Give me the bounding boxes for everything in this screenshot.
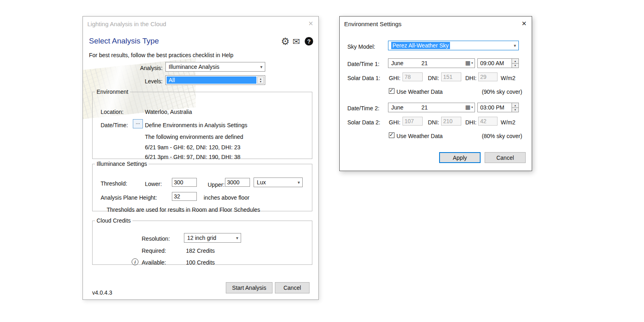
- version-label: v4.0.4.3: [92, 289, 112, 296]
- dni1-label: DNI:: [428, 74, 439, 82]
- calendar-icon: ▦: [465, 104, 471, 110]
- date1-picker[interactable]: June 21 ▦ ▾: [388, 58, 475, 68]
- available-value: 100 Credits: [186, 259, 215, 266]
- environment-line-2: 6/21 3pm - GHI: 97, DNI: 190, DHI: 38: [145, 153, 240, 161]
- dhi2-input[interactable]: [478, 117, 497, 126]
- calendar-dropdown-button[interactable]: ▦ ▾: [465, 104, 473, 110]
- sky-cover-1: (90% sky cover): [482, 88, 522, 95]
- levels-value: All: [167, 76, 256, 84]
- plane-height-label: Analysis Plane Height:: [101, 194, 157, 201]
- chevron-down-icon: ▾: [471, 105, 473, 109]
- time1-spinner[interactable]: 09:00 AM ▴ ▾: [477, 58, 519, 68]
- sky-cover-2: (80% sky cover): [482, 132, 522, 140]
- analysis-value: Illuminance Analysis: [169, 64, 219, 70]
- browse-button[interactable]: ...: [133, 119, 143, 128]
- threshold-label: Threshold:: [101, 180, 127, 187]
- date2-day: 21: [421, 104, 428, 111]
- chevron-down-icon: ▾: [236, 235, 238, 241]
- date2-month: June: [391, 104, 403, 111]
- dialog-title: Lighting Analysis in the Cloud: [87, 21, 166, 27]
- help-icon[interactable]: ?: [305, 37, 313, 45]
- location-value: Waterloo, Australia: [145, 108, 192, 116]
- dhi1-input[interactable]: [478, 72, 497, 81]
- spinner-up-icon: ▴: [260, 77, 262, 80]
- ghi1-input[interactable]: [402, 72, 423, 81]
- dni2-label: DNI:: [428, 119, 439, 126]
- define-environments-text: Define Environments in Analysis Settings: [145, 122, 247, 129]
- desktop: Lighting Analysis in the Cloud × Select …: [0, 0, 644, 322]
- use-weather-label-2[interactable]: Use Weather Data: [396, 132, 443, 140]
- date1-month: June: [391, 60, 403, 66]
- start-analysis-button[interactable]: Start Analysis: [226, 282, 272, 293]
- dialog-title: Environment Settings: [344, 21, 402, 27]
- resolution-label: Resolution:: [142, 235, 170, 242]
- ghi2-label: GHI:: [389, 119, 400, 126]
- apply-button[interactable]: Apply: [439, 152, 481, 163]
- plane-height-input[interactable]: [172, 192, 197, 201]
- date2-picker[interactable]: June 21 ▦ ▾: [388, 103, 475, 112]
- time2-spin-buttons[interactable]: ▴ ▾: [512, 103, 518, 112]
- cloud-credits-group: Cloud Credits Resolution: 12 inch grid ▾…: [92, 217, 312, 265]
- resolution-select[interactable]: 12 inch grid ▾: [184, 233, 241, 243]
- settings-gear-icon[interactable]: ⚙: [281, 36, 290, 47]
- wm2-unit: W/m2: [501, 74, 516, 82]
- analysis-select[interactable]: Illuminance Analysis ▾: [165, 62, 265, 72]
- cancel-button[interactable]: Cancel: [485, 152, 526, 163]
- chevron-down-icon: ▾: [260, 64, 262, 70]
- use-weather-checkbox-2[interactable]: ✓: [389, 132, 394, 138]
- spinner-down-icon[interactable]: ▾: [512, 64, 518, 68]
- dni2-input[interactable]: [441, 117, 461, 126]
- lower-threshold-input[interactable]: [172, 178, 197, 187]
- environment-legend: Environment: [95, 89, 130, 95]
- illuminance-settings-group: Illuminance Settings Threshold: Lower: U…: [92, 161, 312, 211]
- dhi2-label: DHI:: [465, 119, 477, 126]
- ghi2-input[interactable]: [402, 117, 423, 126]
- chevron-down-icon: ▾: [297, 180, 300, 185]
- unit-select[interactable]: Lux ▾: [254, 178, 303, 187]
- date1-day: 21: [421, 60, 428, 66]
- analysis-label: Analysis:: [115, 64, 163, 72]
- levels-select[interactable]: All ▴ ▾: [165, 75, 265, 85]
- chevron-down-icon: ▾: [514, 43, 516, 48]
- sky-model-label: Sky Model:: [347, 43, 375, 50]
- time1-spin-buttons[interactable]: ▴ ▾: [512, 59, 518, 68]
- close-icon[interactable]: ×: [308, 19, 313, 28]
- dhi1-label: DHI:: [465, 74, 477, 82]
- environment-line-1: 6/21 9am - GHI: 62, DNI: 120, DHI: 23: [145, 144, 240, 151]
- info-icon: i: [132, 258, 138, 265]
- spinner-up-icon[interactable]: ▴: [512, 59, 518, 64]
- solar-data2-label: Solar Data 2:: [347, 119, 380, 126]
- lower-label: Lower:: [145, 180, 162, 188]
- sky-model-select[interactable]: Perez All-Weather Sky ▾: [388, 41, 519, 50]
- datetime2-label: Date/Time 2:: [347, 105, 380, 112]
- levels-spinner[interactable]: ▴ ▾: [257, 76, 264, 84]
- page-title: Select Analysis Type: [89, 37, 159, 45]
- datetime-label: Date/Time:: [101, 122, 128, 129]
- required-label: Required:: [142, 247, 166, 254]
- time2-spinner[interactable]: 03:00 PM ▴ ▾: [477, 103, 519, 112]
- calendar-icon: ▦: [465, 60, 471, 66]
- mail-icon[interactable]: ✉: [293, 37, 300, 47]
- levels-label: Levels:: [115, 78, 163, 85]
- calendar-dropdown-button[interactable]: ▦ ▾: [465, 60, 473, 66]
- check-icon: ✓: [389, 132, 394, 138]
- close-icon[interactable]: ×: [522, 19, 526, 28]
- threshold-note: Thresholds are used for results in Room …: [107, 206, 260, 213]
- environment-settings-dialog: Environment Settings × Sky Model: Perez …: [339, 16, 532, 171]
- chevron-down-icon: ▾: [471, 61, 473, 65]
- cancel-button[interactable]: Cancel: [275, 282, 310, 293]
- illuminance-settings-legend: Illuminance Settings: [95, 161, 149, 167]
- required-value: 182 Credits: [186, 247, 215, 254]
- use-weather-checkbox-1[interactable]: ✓: [389, 88, 394, 94]
- cloud-credits-legend: Cloud Credits: [95, 217, 132, 224]
- resolution-value: 12 inch grid: [187, 235, 216, 241]
- use-weather-label-1[interactable]: Use Weather Data: [396, 88, 443, 95]
- lighting-analysis-dialog: Lighting Analysis in the Cloud × Select …: [83, 16, 319, 300]
- upper-threshold-input[interactable]: [225, 178, 250, 187]
- spinner-up-icon[interactable]: ▴: [512, 103, 518, 108]
- spinner-down-icon[interactable]: ▾: [512, 108, 518, 112]
- location-label: Location:: [101, 108, 124, 116]
- environment-group: Environment Location: Waterloo, Australi…: [92, 89, 312, 159]
- solar-data1-label: Solar Data 1:: [347, 74, 380, 82]
- dni1-input[interactable]: [441, 72, 461, 81]
